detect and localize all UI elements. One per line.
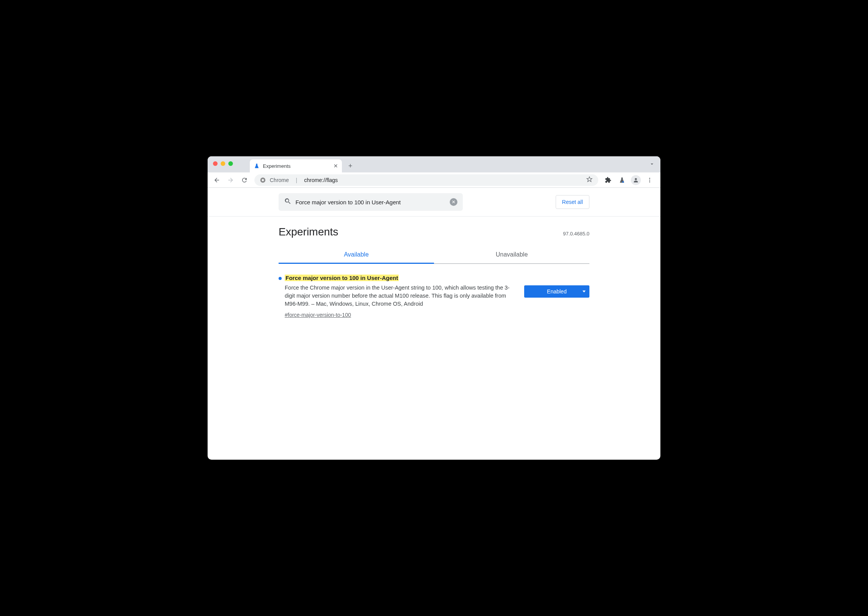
bookmark-star-icon[interactable] — [586, 176, 593, 184]
svg-point-2 — [622, 181, 624, 182]
back-button[interactable] — [211, 174, 223, 186]
experiment-hash-link[interactable]: #force-major-version-to-100 — [285, 312, 351, 318]
svg-point-1 — [262, 179, 264, 181]
select-value: Enabled — [547, 288, 566, 295]
traffic-lights — [213, 161, 233, 166]
browser-toolbar: Chrome | chrome://flags — [208, 172, 660, 188]
svg-point-5 — [649, 179, 650, 180]
tabs-overflow-icon[interactable] — [649, 161, 655, 169]
svg-point-4 — [649, 178, 650, 179]
modified-dot-icon — [279, 277, 282, 280]
window-maximize-button[interactable] — [228, 161, 233, 166]
window-close-button[interactable] — [213, 161, 218, 166]
toolbar-right — [602, 174, 657, 186]
flags-search-input[interactable] — [295, 199, 446, 205]
reload-button[interactable] — [238, 174, 251, 186]
experiment-body: Force major version to 100 in User-Agent… — [279, 275, 515, 318]
extensions-icon[interactable] — [602, 174, 614, 186]
flask-icon — [254, 163, 260, 169]
tab-available[interactable]: Available — [279, 246, 434, 263]
search-row: ✕ Reset all — [208, 188, 660, 217]
menu-button[interactable] — [644, 174, 656, 186]
url-separator: | — [296, 177, 297, 183]
titlebar: Experiments ✕ + — [208, 156, 660, 172]
experiment-row: Force major version to 100 in User-Agent… — [279, 264, 589, 318]
flag-tabs: Available Unavailable — [279, 246, 589, 264]
page-content: ✕ Reset all Experiments 97.0.4685.0 Avai… — [208, 188, 660, 460]
page-header: Experiments 97.0.4685.0 — [279, 226, 589, 238]
url-origin: Chrome — [270, 177, 289, 183]
svg-point-6 — [649, 181, 650, 182]
flags-search-box: ✕ — [279, 193, 463, 211]
profile-button[interactable] — [630, 174, 642, 186]
chrome-icon — [260, 177, 266, 183]
url-path: chrome://flags — [304, 177, 338, 183]
clear-search-icon[interactable]: ✕ — [450, 198, 457, 206]
search-wrap: ✕ Reset all — [279, 193, 589, 211]
search-icon — [284, 197, 292, 207]
main: Experiments 97.0.4685.0 Available Unavai… — [279, 217, 589, 318]
browser-tab-active[interactable]: Experiments ✕ — [250, 159, 342, 172]
page-title: Experiments — [279, 226, 338, 238]
address-bar[interactable]: Chrome | chrome://flags — [254, 174, 598, 186]
labs-icon[interactable] — [616, 174, 628, 186]
experiment-title: Force major version to 100 in User-Agent — [285, 275, 399, 281]
forward-button[interactable] — [224, 174, 237, 186]
chrome-version: 97.0.4685.0 — [563, 231, 589, 237]
browser-window: Experiments ✕ + Chrome | chrome://flags — [208, 156, 660, 460]
tab-unavailable[interactable]: Unavailable — [434, 246, 589, 263]
new-tab-button[interactable]: + — [345, 161, 356, 171]
browser-tabs: Experiments ✕ + — [250, 156, 356, 172]
tab-title: Experiments — [263, 163, 290, 169]
svg-point-3 — [635, 178, 637, 180]
experiment-description: Force the Chrome major version in the Us… — [285, 284, 515, 308]
window-minimize-button[interactable] — [221, 161, 225, 166]
reset-all-button[interactable]: Reset all — [556, 195, 589, 209]
avatar-icon — [631, 175, 641, 185]
experiment-state-select[interactable]: Enabled — [524, 285, 589, 298]
tab-close-icon[interactable]: ✕ — [333, 163, 338, 169]
